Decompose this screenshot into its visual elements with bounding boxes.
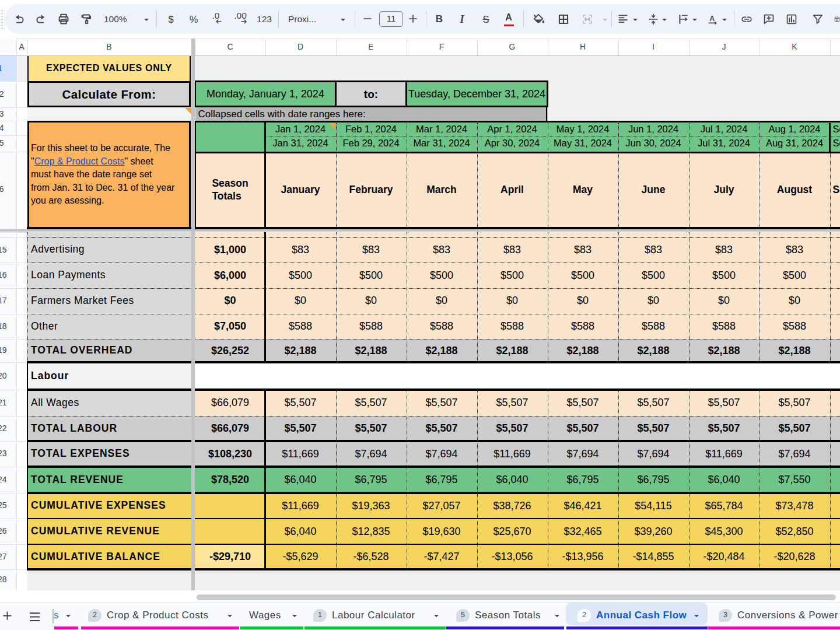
svg-text:A: A xyxy=(709,15,715,23)
